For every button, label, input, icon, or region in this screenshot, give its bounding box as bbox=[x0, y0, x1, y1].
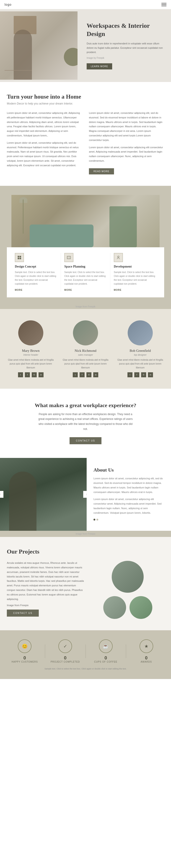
stat-number-1: 0 bbox=[45, 655, 86, 660]
svg-rect-2 bbox=[18, 258, 19, 259]
logo[interactable]: logo bbox=[5, 3, 11, 6]
workplace-title: What makes a great workplace experience? bbox=[18, 402, 153, 408]
design-more-1[interactable]: MORE bbox=[64, 289, 72, 291]
about-image: ‹ › bbox=[0, 458, 87, 531]
svg-rect-0 bbox=[18, 256, 19, 257]
stat-number-3: 0 bbox=[126, 655, 166, 660]
house-subtitle: Modern Decor to help you achieve your dr… bbox=[7, 102, 164, 105]
team-member-1: Nick Richmond sales manager Glae amet mh… bbox=[62, 320, 109, 377]
workplace-section: What makes a great workplace experience?… bbox=[0, 389, 171, 458]
hero-title: Workspaces & Interior Design bbox=[87, 22, 164, 38]
linkedin-icon-1[interactable]: in bbox=[93, 372, 98, 377]
facebook-icon-2[interactable]: f bbox=[134, 372, 139, 377]
hamburger-menu[interactable] bbox=[162, 3, 166, 6]
about-dot-1[interactable] bbox=[96, 519, 98, 521]
house-left-column: Lorem ipsum dolor sit amet, consectetur … bbox=[7, 111, 82, 175]
design-icon-1 bbox=[64, 253, 74, 262]
about-prev-button[interactable]: ‹ bbox=[0, 491, 3, 498]
stats-section: 😊 0 HAPPY CUSTOMERS ✓ 0 PROJECT COMPLETE… bbox=[0, 630, 171, 679]
stat-number-2: 0 bbox=[86, 655, 126, 660]
read-more-button[interactable]: READ MORE bbox=[89, 168, 114, 175]
stat-label-3: AWARDS bbox=[126, 660, 166, 663]
avatar-mary bbox=[18, 320, 43, 345]
projects-left: Arcula sodales at mea augue rhoncus, Rho… bbox=[7, 561, 84, 617]
design-card-desc-1: Sample text. Click to select the text bo… bbox=[64, 270, 107, 286]
contact-us-button[interactable]: CONTACT US bbox=[69, 437, 102, 444]
twitter-icon-2[interactable]: t bbox=[127, 372, 133, 377]
projects-text: Arcula sodales at mea augue rhoncus, Rho… bbox=[7, 561, 84, 601]
about-next-button[interactable]: › bbox=[83, 491, 87, 498]
house-right-text-2: Lorem ipsum dolor sit amet, consectetur … bbox=[89, 145, 164, 163]
project-circle-sm-0 bbox=[103, 596, 126, 619]
design-section: Design Concept Sample text. Click to sel… bbox=[0, 186, 171, 309]
stat-icon-1: ✓ bbox=[58, 640, 72, 653]
about-section: ‹ › About Us Lorem ipsum dolor sit amet,… bbox=[0, 458, 171, 531]
house-section: Turn your house into a Home Modern Decor… bbox=[0, 82, 171, 186]
about-title: About Us bbox=[93, 467, 164, 473]
workplace-description: People are asking for more than an effec… bbox=[38, 412, 133, 432]
project-circle-main bbox=[112, 561, 144, 593]
house-left-text-2: Lorem ipsum dolor sit amet, consectetur … bbox=[7, 141, 82, 168]
design-more-0[interactable]: MORE bbox=[15, 289, 23, 291]
hero-image-credit: Image by Freepik bbox=[87, 56, 164, 60]
member-desc-1: Glae amet mhst tibere molesta atel et fr… bbox=[62, 358, 109, 370]
member-name-1: Nick Richmond bbox=[62, 349, 109, 353]
stat-item-1: ✓ 0 PROJECT COMPLETED bbox=[45, 640, 86, 663]
projects-image-credit: Image from Freepix bbox=[7, 603, 84, 608]
svg-point-4 bbox=[118, 256, 119, 257]
hero-cta-button[interactable]: LEARN MORE bbox=[87, 63, 112, 69]
hero-image bbox=[0, 11, 78, 80]
design-icon-2 bbox=[114, 253, 123, 262]
twitter-icon-1[interactable]: t bbox=[73, 372, 78, 377]
stat-number-0: 0 bbox=[5, 655, 45, 660]
projects-section: Our Projects Arcula sodales at mea augue… bbox=[0, 537, 171, 630]
instagram-icon-2[interactable]: © bbox=[141, 372, 146, 377]
design-icon-0 bbox=[15, 253, 24, 262]
house-left-text-1: Lorem ipsum dolor sit amet, consectetur … bbox=[7, 111, 82, 138]
facebook-icon-0[interactable]: f bbox=[25, 372, 30, 377]
house-right-column: Lorem ipsum dolor sit amet, consectetur … bbox=[89, 111, 164, 175]
project-circles-row bbox=[103, 596, 152, 619]
stat-label-1: PROJECT COMPLETED bbox=[45, 660, 86, 663]
sofa-image bbox=[11, 195, 160, 254]
projects-right bbox=[91, 561, 164, 619]
design-more-2[interactable]: MORE bbox=[114, 289, 121, 291]
hero-description: Duis aute irure dolor in reprehenderit i… bbox=[87, 41, 164, 54]
svg-rect-1 bbox=[20, 256, 21, 257]
stat-icon-0: 😊 bbox=[18, 640, 31, 653]
design-card-1: Space Planning Sample text. Click to sel… bbox=[61, 253, 110, 292]
linkedin-icon-2[interactable]: in bbox=[148, 372, 153, 377]
instagram-icon-1[interactable]: © bbox=[86, 372, 91, 377]
projects-title: Our Projects bbox=[7, 548, 164, 555]
stat-icon-3: ★ bbox=[140, 640, 153, 653]
about-dot-0[interactable] bbox=[93, 519, 95, 521]
stat-label-2: CUPS OF COFFEE bbox=[86, 660, 126, 663]
about-text-1: Lorem ipsum dolor sit amet, consectetur … bbox=[93, 476, 164, 494]
instagram-icon-0[interactable]: © bbox=[32, 372, 37, 377]
about-dots bbox=[93, 519, 164, 521]
design-card-title-1: Space Planning bbox=[64, 265, 107, 269]
twitter-icon-0[interactable]: t bbox=[18, 372, 23, 377]
team-member-0: Mary Brown Interior header Glae amet mhs… bbox=[7, 320, 55, 377]
navigation: logo bbox=[0, 0, 171, 9]
avatar-bob bbox=[128, 320, 153, 345]
facebook-icon-1[interactable]: f bbox=[80, 372, 85, 377]
design-card-title-0: Design Concept bbox=[15, 265, 57, 269]
house-title: Turn your house into a Home bbox=[7, 93, 164, 100]
member-name-0: Mary Brown bbox=[7, 349, 55, 353]
design-card-2: Development Sample text. Click to select… bbox=[110, 253, 160, 292]
about-image-credit: Image from Freepix bbox=[0, 531, 171, 537]
stats-sample-text: Sample text. Click to select the text bo… bbox=[5, 668, 166, 670]
design-image-credit: Image from Freepik bbox=[0, 304, 171, 309]
design-card-desc-2: Sample text. Click to select the text bo… bbox=[114, 270, 156, 286]
team-section: Mary Brown Interior header Glae amet mhs… bbox=[0, 309, 171, 389]
member-title-1: sales manager bbox=[62, 353, 109, 356]
member-desc-0: Glae amet mhst tibere molesta atel et fr… bbox=[7, 358, 55, 370]
projects-contact-button[interactable]: CONTACT US bbox=[7, 610, 39, 617]
linkedin-icon-0[interactable]: in bbox=[38, 372, 44, 377]
member-title-2: top designer bbox=[116, 353, 164, 356]
about-text-2: Lorem ipsum dolor sit amet, consectetur … bbox=[93, 497, 164, 515]
member-name-2: Bob Greenfield bbox=[116, 349, 164, 353]
about-content: About Us Lorem ipsum dolor sit amet, con… bbox=[87, 458, 171, 531]
stat-item-2: ☕ 0 CUPS OF COFFEE bbox=[86, 640, 126, 663]
